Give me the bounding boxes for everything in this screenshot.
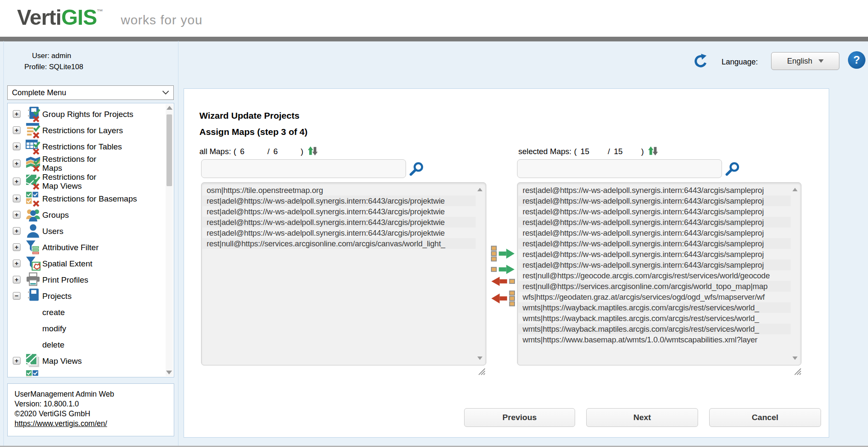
list-item[interactable]: rest|adel@https://w-ws-adelpoll.synergis… [202, 228, 476, 238]
refresh-icon[interactable] [693, 54, 709, 70]
user-info: User: admin Profile: SQLite108 [24, 50, 83, 73]
expand-icon[interactable]: + [13, 160, 20, 167]
expand-icon[interactable]: + [13, 357, 20, 365]
assign-all-button[interactable] [490, 245, 517, 262]
tree-item-attributive-filter[interactable]: +Attributive Filter [8, 239, 165, 255]
menu-select[interactable]: Complete Menu [7, 85, 174, 100]
all-maps-listbox[interactable]: osm|https://tile.openstreetmap.orgrest|a… [201, 182, 486, 365]
expand-icon[interactable]: + [13, 126, 20, 134]
remove-all-button[interactable] [490, 290, 517, 307]
expand-icon[interactable]: + [13, 211, 20, 219]
right-column-divider [178, 41, 178, 447]
selected-maps-listbox[interactable]: rest|adel@https://w-ws-adelpoll.synergis… [517, 182, 801, 365]
expand-icon[interactable]: + [13, 195, 20, 202]
list-item[interactable]: rest|adel@https://w-ws-adelpoll.synergis… [518, 260, 791, 270]
search-icon[interactable] [725, 161, 740, 176]
cancel-button[interactable]: Cancel [709, 408, 821, 427]
tree-item-partial[interactable] [8, 369, 165, 377]
list-item[interactable]: rest|adel@https://w-ws-adelpoll.synergis… [202, 206, 476, 217]
list-item[interactable]: rest|null@https://services.arcgisonline.… [202, 238, 476, 249]
list-scroll-up-icon[interactable] [477, 188, 482, 191]
tree-item-restrictions-for-map-views[interactable]: +Restrictions for Map Views [8, 172, 165, 190]
expand-icon[interactable]: + [13, 227, 20, 235]
vertigis-link[interactable]: https://www.vertigis.com/en/ [15, 419, 107, 428]
selected-maps-label: selected Maps: [518, 147, 571, 156]
resize-grip-icon[interactable] [794, 368, 801, 375]
tree-item-map-views[interactable]: +Map Views [8, 353, 165, 369]
expand-icon[interactable]: + [13, 276, 20, 283]
list-item[interactable]: rest|adel@https://w-ws-adelpoll.synergis… [518, 185, 791, 196]
tree-item-spatial-extent[interactable]: +Spatial Extent [8, 255, 165, 272]
next-button[interactable]: Next [586, 408, 698, 427]
list-item[interactable]: wmts|https://wayback.maptiles.arcgis.com… [518, 302, 791, 313]
tree-item-group-rights-for-projects[interactable]: +Group Rights for Projects [8, 106, 165, 122]
tree-item-groups[interactable]: +Groups [8, 207, 165, 223]
tree-item-delete[interactable]: delete [8, 336, 165, 353]
list-item[interactable]: rest|adel@https://w-ws-adelpoll.synergis… [518, 238, 791, 249]
tree-item-users[interactable]: +Users [8, 223, 165, 239]
list-scroll-down-icon[interactable] [477, 356, 482, 360]
selected-maps-count: selected Maps: ( 15 / 15 ) [518, 146, 659, 157]
help-icon[interactable]: ? [848, 51, 865, 69]
assign-all-icon [490, 245, 516, 262]
scrollbar-thumb[interactable] [167, 114, 172, 186]
list-item[interactable]: rest|null@https://services.arcgisonline.… [518, 281, 791, 292]
tree-item-print-profiles[interactable]: +Print Profiles [8, 272, 165, 288]
resize-grip-icon[interactable] [478, 368, 485, 375]
group-rights-projects-icon [24, 106, 41, 122]
tree-item-label: Restrictions for Layers [41, 126, 123, 135]
list-scroll-down-icon[interactable] [792, 356, 798, 360]
list-item[interactable]: rest|adel@https://w-ws-adelpoll.synergis… [518, 228, 791, 238]
list-item[interactable]: rest|adel@https://w-ws-adelpoll.synergis… [518, 206, 791, 217]
expand-icon[interactable]: + [13, 178, 20, 185]
list-item[interactable]: wfs|https://geodaten.graz.at/arcgis/serv… [518, 292, 791, 302]
expand-icon[interactable]: + [13, 110, 20, 118]
scroll-down-icon[interactable] [166, 371, 172, 374]
print-profiles-icon [24, 272, 41, 288]
expand-icon[interactable]: + [13, 143, 20, 150]
sort-up-down-icon[interactable] [647, 145, 659, 157]
list-item[interactable]: rest|adel@https://w-ws-adelpoll.synergis… [202, 196, 476, 206]
remove-selected-button[interactable] [490, 277, 517, 286]
list-scroll-up-icon[interactable] [792, 188, 798, 191]
selected-maps-search-input[interactable] [517, 159, 722, 178]
language-select[interactable]: English [771, 52, 839, 70]
tree-item-restrictions-for-maps[interactable]: +Restrictions for Maps [8, 155, 165, 172]
restrictions-map-views-icon [24, 174, 41, 190]
tree-item-restrictions-for-basemaps[interactable]: +Restrictions for Basemaps [8, 190, 165, 207]
scroll-up-icon[interactable] [167, 106, 172, 110]
remove-all-icon [490, 290, 516, 307]
list-item[interactable]: wmts|https://wayback.maptiles.arcgis.com… [518, 324, 791, 334]
header-bar: VertiGIS™ works for you [0, 0, 868, 37]
search-icon[interactable] [409, 161, 424, 176]
menu-select-value: Complete Menu [12, 88, 162, 97]
expand-icon[interactable]: + [13, 260, 20, 267]
help-glyph: ? [853, 53, 860, 67]
tree-item-projects[interactable]: −Projects [8, 288, 165, 304]
tree-item-label: Map Views [41, 356, 82, 365]
all-maps-count: all Maps: ( 6 / 6 ) [199, 146, 319, 157]
list-item[interactable]: rest|adel@https://w-ws-adelpoll.synergis… [202, 217, 476, 228]
attributive-filter-icon [24, 240, 41, 255]
list-item[interactable]: rest|adel@https://w-ws-adelpoll.synergis… [518, 249, 791, 260]
tree-item-modify[interactable]: modify [8, 320, 165, 336]
tree-item-label: Restrictions for Tables [41, 142, 122, 151]
users-icon [24, 223, 41, 239]
list-item[interactable]: rest|adel@https://w-ws-adelpoll.synergis… [518, 196, 791, 206]
expand-icon[interactable]: + [13, 243, 20, 251]
all-maps-search-input[interactable] [201, 159, 406, 178]
list-item[interactable]: rest|null@https://geocode.arcgis.com/arc… [518, 270, 791, 281]
assign-selected-button[interactable] [490, 265, 517, 274]
list-item[interactable]: wmts|https://www.basemap.at/wmts/1.0.0/w… [518, 334, 791, 345]
list-item[interactable]: osm|https://tile.openstreetmap.org [202, 185, 476, 196]
tree-scrollbar[interactable] [166, 104, 173, 376]
tree-item-restrictions-for-tables[interactable]: +Restrictions for Tables [8, 138, 165, 155]
tree-item-create[interactable]: create [8, 304, 165, 320]
tree-item-restrictions-for-layers[interactable]: +Restrictions for Layers [8, 122, 165, 138]
collapse-icon[interactable]: − [13, 292, 20, 300]
previous-button[interactable]: Previous [464, 408, 575, 427]
sort-up-down-icon[interactable] [307, 145, 319, 157]
list-item[interactable]: wmts|https://wayback.maptiles.arcgis.com… [518, 313, 791, 324]
list-item[interactable]: rest|adel@https://w-ws-adelpoll.synergis… [518, 217, 791, 228]
about-app-name: UserManagement Admin Web [15, 389, 167, 399]
